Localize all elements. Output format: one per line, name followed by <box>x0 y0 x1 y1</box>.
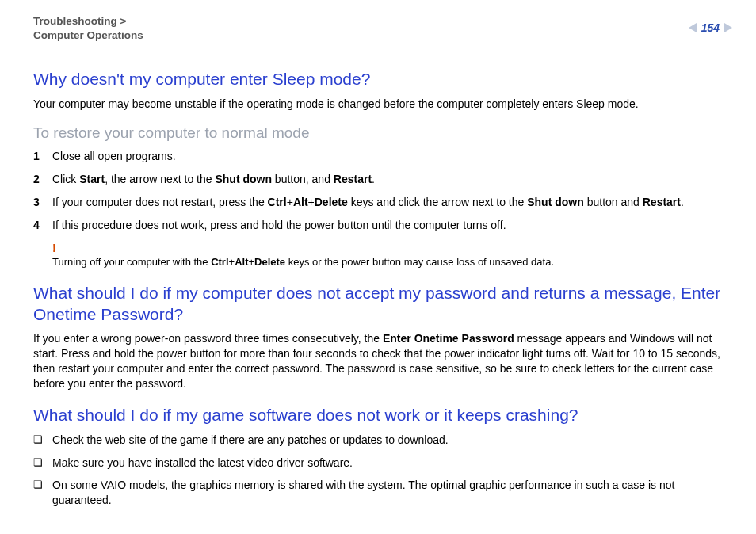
step-item: 3 If your computer does not restart, pre… <box>33 195 732 210</box>
page-header: Troubleshooting > Computer Operations 15… <box>33 14 732 43</box>
list-item: ❏ Make sure you have installed the lates… <box>33 456 732 471</box>
step-item: 2 Click Start, the arrow next to the Shu… <box>33 172 732 187</box>
prev-page-icon[interactable] <box>689 23 697 32</box>
breadcrumb: Troubleshooting > Computer Operations <box>33 14 143 43</box>
step-number: 2 <box>33 172 52 187</box>
step-text: If your computer does not restart, press… <box>52 195 684 210</box>
checkbox-icon: ❏ <box>33 456 52 471</box>
section-onetime-password: What should I do if my computer does not… <box>33 283 732 391</box>
warning-icon: ! <box>52 242 732 254</box>
item-text: On some VAIO models, the graphics memory… <box>52 478 732 508</box>
step-number: 3 <box>33 195 52 210</box>
steps-list: 1 Close all open programs. 2 Click Start… <box>33 149 732 233</box>
step-text: Close all open programs. <box>52 149 176 164</box>
step-number: 4 <box>33 218 52 233</box>
question-heading: What should I do if my game software doe… <box>33 405 732 425</box>
page-number: 154 <box>701 21 720 36</box>
step-text: Click Start, the arrow next to the Shut … <box>52 172 375 187</box>
pager: 154 <box>689 21 732 36</box>
question-heading: What should I do if my computer does not… <box>33 283 732 325</box>
breadcrumb-line-1[interactable]: Troubleshooting > <box>33 14 143 29</box>
step-number: 1 <box>33 149 52 164</box>
section-sleep-mode: Why doesn't my computer enter Sleep mode… <box>33 69 732 269</box>
checklist: ❏ Check the web site of the game if ther… <box>33 433 732 509</box>
list-item: ❏ On some VAIO models, the graphics memo… <box>33 478 732 508</box>
item-text: Check the web site of the game if there … <box>52 433 449 448</box>
warning-text: Turning off your computer with the Ctrl+… <box>52 255 732 269</box>
step-item: 4 If this procedure does not work, press… <box>33 218 732 233</box>
checkbox-icon: ❏ <box>33 433 52 448</box>
header-divider <box>33 51 732 51</box>
step-text: If this procedure does not work, press a… <box>52 218 506 233</box>
section-game-software: What should I do if my game software doe… <box>33 405 732 508</box>
step-item: 1 Close all open programs. <box>33 149 732 164</box>
warning-note: ! Turning off your computer with the Ctr… <box>52 242 732 269</box>
intro-text: Your computer may become unstable if the… <box>33 97 732 112</box>
next-page-icon[interactable] <box>724 23 732 32</box>
subheading-restore: To restore your computer to normal mode <box>33 123 732 143</box>
list-item: ❏ Check the web site of the game if ther… <box>33 433 732 448</box>
question-heading: Why doesn't my computer enter Sleep mode… <box>33 69 732 90</box>
item-text: Make sure you have installed the latest … <box>52 456 353 471</box>
checkbox-icon: ❏ <box>33 478 52 508</box>
body-text: If you enter a wrong power-on password t… <box>33 331 732 391</box>
breadcrumb-line-2[interactable]: Computer Operations <box>33 29 143 43</box>
